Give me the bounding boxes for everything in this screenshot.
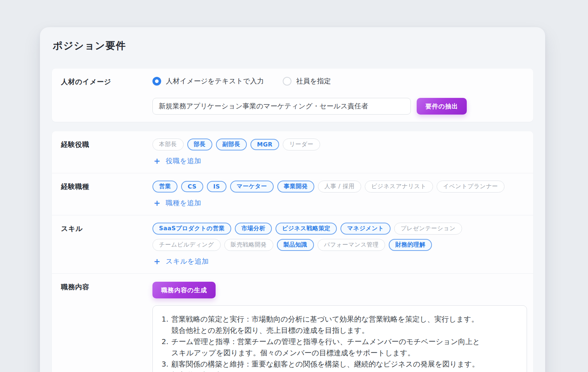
- skill-chip[interactable]: ビジネス戦略策定: [275, 223, 337, 235]
- skill-chip[interactable]: チームビルディング: [152, 239, 221, 251]
- talent-image-input-line: 要件の抽出: [152, 98, 524, 115]
- skill-chips-line-1: SaaSプロダクトの営業市場分析ビジネス戦略策定マネジメントプレゼンテーション: [152, 223, 524, 235]
- skill-chip[interactable]: 販売戦略開発: [224, 239, 273, 251]
- job-description-item-number: 3.: [162, 359, 168, 372]
- generate-job-description-button[interactable]: 職務内容の生成: [152, 282, 216, 298]
- page-title: ポジション要件: [52, 27, 533, 52]
- plus-icon: ＋: [152, 156, 162, 165]
- add-role-label: 役職を追加: [166, 156, 201, 166]
- add-skill-label: スキルを追加: [166, 257, 209, 266]
- role-chip[interactable]: 本部長: [152, 139, 184, 150]
- add-skill-button[interactable]: ＋ スキルを追加: [152, 257, 209, 266]
- job-description-item-number: 2.: [162, 336, 168, 359]
- role-chip[interactable]: 部長: [187, 139, 212, 150]
- radio-option-text-input[interactable]: 人材イメージをテキストで入力: [152, 77, 264, 86]
- radio-option-specify-employee[interactable]: 社員を指定: [283, 77, 331, 86]
- job-description-item-text: 顧客関係の構築と維持：重要な顧客との関係を構築し、継続的なビジネスの発展を図りま…: [171, 359, 479, 372]
- radio-option-specify-employee-label: 社員を指定: [296, 77, 331, 86]
- job-description-item-text: 営業戦略の策定と実行：市場動向の分析に基づいて効果的な営業戦略を策定し、実行しま…: [171, 314, 478, 336]
- plus-icon: ＋: [152, 257, 162, 266]
- skill-chip[interactable]: 製品知識: [277, 239, 314, 251]
- talent-image-row: 人材のイメージ 人材イメージをテキストで入力 社員を指定 要件の抽出: [52, 69, 533, 122]
- talent-image-radio-group: 人材イメージをテキストで入力 社員を指定: [152, 77, 524, 86]
- skill-chip[interactable]: パフォーマンス管理: [318, 239, 385, 251]
- job-description-row: 職務内容 職務内容の生成 1.営業戦略の策定と実行：市場動向の分析に基づいて効果…: [52, 273, 533, 372]
- role-chip[interactable]: 副部長: [216, 139, 247, 150]
- job-chip[interactable]: 事業開発: [277, 181, 314, 193]
- job-description-item: 3.顧客関係の構築と維持：重要な顧客との関係を構築し、継続的なビジネスの発展を図…: [162, 359, 518, 372]
- skill-chip[interactable]: マネジメント: [340, 223, 390, 235]
- talent-image-input[interactable]: [152, 98, 411, 115]
- job-chip[interactable]: 人事 / 採用: [318, 181, 361, 193]
- job-description-item: 2.チーム管理と指導：営業チームの管理と指導を行い、チームメンバーのモチベーショ…: [162, 336, 518, 359]
- job-chip[interactable]: ビジネスアナリスト: [365, 181, 433, 193]
- add-role-button[interactable]: ＋ 役職を追加: [152, 156, 201, 166]
- job-description-item-text: チーム管理と指導：営業チームの管理と指導を行い、チームメンバーのモチベーション向…: [171, 336, 480, 359]
- skill-chip[interactable]: プレゼンテーション: [394, 223, 462, 235]
- job-chip[interactable]: IS: [207, 181, 226, 192]
- job-description-label: 職務内容: [61, 281, 152, 372]
- experience-role-row: 経験役職 本部長部長副部長MGRリーダー ＋ 役職を追加: [52, 131, 533, 173]
- job-chip[interactable]: イベントプランナー: [437, 181, 505, 193]
- role-chips: 本部長部長副部長MGRリーダー: [152, 139, 524, 150]
- job-chips: 営業CSISマーケター事業開発人事 / 採用ビジネスアナリストイベントプランナー: [152, 181, 524, 193]
- job-description-item-number: 1.: [162, 314, 168, 336]
- experience-job-row: 経験職種 営業CSISマーケター事業開発人事 / 採用ビジネスアナリストイベント…: [52, 173, 533, 215]
- skills-row: スキル SaaSプロダクトの営業市場分析ビジネス戦略策定マネジメントプレゼンテー…: [52, 215, 533, 273]
- role-chip[interactable]: MGR: [250, 139, 279, 150]
- requirements-section: 経験役職 本部長部長副部長MGRリーダー ＋ 役職を追加 経験職種 営業CSIS…: [52, 131, 533, 372]
- skill-chip[interactable]: 財務的理解: [389, 239, 432, 251]
- experience-role-label: 経験役職: [61, 139, 152, 166]
- skills-label: スキル: [61, 223, 152, 266]
- experience-job-label: 経験職種: [61, 181, 152, 208]
- add-job-label: 職種を追加: [166, 198, 201, 208]
- skill-chips-line-2: チームビルディング販売戦略開発製品知識パフォーマンス管理財務的理解: [152, 239, 524, 251]
- job-chip[interactable]: マーケター: [230, 181, 274, 193]
- add-job-button[interactable]: ＋ 職種を追加: [152, 198, 201, 208]
- radio-option-text-input-label: 人材イメージをテキストで入力: [166, 77, 264, 86]
- skill-chip[interactable]: SaaSプロダクトの営業: [152, 223, 231, 235]
- talent-image-label: 人材のイメージ: [61, 76, 152, 115]
- position-requirements-card: ポジション要件 人材のイメージ 人材イメージをテキストで入力 社員を指定: [40, 27, 545, 372]
- job-description-item: 1.営業戦略の策定と実行：市場動向の分析に基づいて効果的な営業戦略を策定し、実行…: [162, 314, 518, 336]
- role-chip[interactable]: リーダー: [283, 139, 320, 150]
- extract-requirements-button[interactable]: 要件の抽出: [417, 98, 467, 115]
- talent-image-content: 人材イメージをテキストで入力 社員を指定 要件の抽出: [152, 76, 524, 115]
- radio-selected-icon: [152, 77, 161, 86]
- radio-unselected-icon: [283, 77, 291, 86]
- talent-image-section: 人材のイメージ 人材イメージをテキストで入力 社員を指定 要件の抽出: [52, 69, 533, 122]
- skill-chip[interactable]: 市場分析: [235, 223, 272, 235]
- plus-icon: ＋: [152, 198, 162, 207]
- job-chip[interactable]: CS: [181, 181, 203, 192]
- job-chip[interactable]: 営業: [152, 181, 177, 193]
- job-description-textarea[interactable]: 1.営業戦略の策定と実行：市場動向の分析に基づいて効果的な営業戦略を策定し、実行…: [152, 305, 527, 372]
